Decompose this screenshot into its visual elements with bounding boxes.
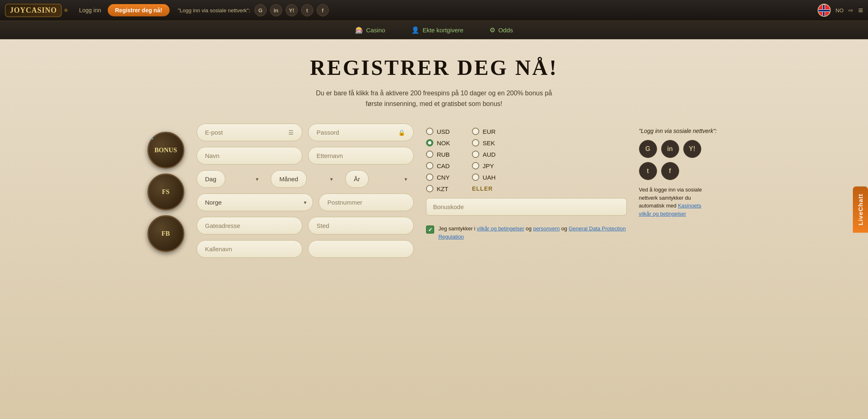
terms-link2[interactable]: personvern — [533, 225, 560, 232]
cad-radio[interactable] — [426, 162, 433, 169]
registration-form: ☰ 🔒 Dag — [197, 124, 414, 258]
fb-label: FB — [161, 230, 170, 237]
livechat-button[interactable]: LiveChatt — [853, 186, 868, 232]
password-icon: 🔒 — [398, 129, 405, 136]
country-postal-row: Norge — [197, 194, 414, 211]
cny-label: CNY — [437, 174, 450, 181]
kzt-option[interactable]: KZT — [426, 185, 459, 192]
nav-right: NO ⇨ ≡ — [818, 4, 863, 17]
sek-option[interactable]: SEK — [472, 139, 505, 146]
odds-icon: ⚙ — [490, 26, 495, 34]
page-subtitle: Du er bare få klikk fra å aktivere 200 f… — [311, 88, 557, 109]
cny-option[interactable]: CNY — [426, 173, 459, 181]
rub-option[interactable]: RUB — [426, 151, 459, 158]
rub-radio[interactable] — [426, 151, 433, 158]
nav-casino[interactable]: 🎰 Casino — [352, 25, 389, 36]
email-icon: ☰ — [288, 129, 294, 136]
tumblr-icon[interactable]: t — [301, 4, 313, 16]
lastname-input[interactable] — [308, 147, 414, 164]
social-google-icon[interactable]: G — [639, 140, 657, 158]
logo[interactable]: JOYCASINO — [5, 4, 62, 17]
firstname-input[interactable] — [197, 147, 302, 164]
sek-radio[interactable] — [472, 139, 479, 146]
rub-label: RUB — [437, 151, 450, 158]
cny-radio[interactable] — [426, 173, 433, 181]
currency-row-3: RUB AUD — [426, 151, 626, 158]
flag-icon[interactable] — [818, 4, 831, 17]
facebook-icon[interactable]: f — [317, 4, 329, 16]
nav-odds-label: Odds — [498, 27, 513, 34]
aud-label: AUD — [483, 151, 496, 158]
social-yahoo-icon[interactable]: Y! — [683, 140, 701, 158]
year-select[interactable]: År — [345, 170, 369, 188]
secondary-navigation: 🎰 Casino 👤 Ekte kortgivere ⚙ Odds — [0, 21, 868, 39]
country-code[interactable]: NO — [836, 7, 844, 14]
uah-radio[interactable] — [472, 173, 479, 181]
eur-radio[interactable] — [472, 128, 479, 135]
social-linkedin-icon[interactable]: in — [661, 140, 679, 158]
social-icons-grid: G in Y! t f — [639, 140, 705, 180]
bonus-code-input[interactable] — [426, 198, 626, 216]
social-tumblr-icon[interactable]: t — [639, 162, 657, 180]
nickname-input[interactable] — [197, 240, 302, 258]
cad-label: CAD — [437, 162, 450, 169]
linkedin-icon[interactable]: in — [270, 4, 282, 16]
password-input[interactable] — [317, 124, 398, 141]
fb-icon[interactable]: FB — [147, 215, 184, 252]
password-input-wrapper: 🔒 — [308, 124, 414, 141]
currency-row-4: CAD JPY — [426, 162, 626, 169]
nav-casino-label: Casino — [366, 27, 385, 34]
terms-middle2: og — [561, 225, 569, 232]
dob-row: Dag Måned År — [197, 170, 414, 188]
google-icon[interactable]: G — [254, 4, 267, 16]
nav-odds[interactable]: ⚙ Odds — [486, 25, 516, 36]
postal-input[interactable] — [319, 194, 414, 211]
nok-label: NOK — [437, 140, 450, 146]
register-button[interactable]: Registrer deg nå! — [108, 4, 170, 16]
country-select-wrapper: Norge — [197, 194, 313, 211]
jpy-option[interactable]: JPY — [472, 162, 505, 169]
nok-radio[interactable] — [426, 139, 433, 146]
dropdown-arrow-icon[interactable]: ⇨ — [848, 7, 853, 14]
jpy-radio[interactable] — [472, 162, 479, 169]
nok-option[interactable]: NOK — [426, 139, 459, 146]
currency-row-1: USD EUR — [426, 128, 626, 135]
usd-label: USD — [437, 128, 450, 135]
nav-live-dealers[interactable]: 👤 Ekte kortgivere — [408, 25, 467, 36]
bonus-icon[interactable]: + BONUS — [147, 132, 184, 169]
nickname-phone-row: +47 — [197, 240, 414, 258]
bonus-code-section — [426, 198, 626, 216]
yahoo-icon[interactable]: Y! — [286, 4, 298, 16]
social-facebook-icon[interactable]: f — [661, 162, 679, 180]
registration-container: + BONUS FS FB ☰ 🔒 — [147, 124, 721, 258]
year-select-wrapper: År — [345, 170, 414, 188]
cad-option[interactable]: CAD — [426, 162, 459, 169]
terms-checkbox[interactable] — [426, 225, 434, 234]
bonus-label: BONUS — [154, 146, 177, 154]
email-input[interactable] — [205, 124, 288, 141]
aud-option[interactable]: AUD — [472, 151, 505, 158]
kzt-radio[interactable] — [426, 185, 433, 192]
login-link[interactable]: Logg inn — [79, 7, 101, 14]
hamburger-menu-icon[interactable]: ≡ — [858, 6, 863, 15]
month-select[interactable]: Måned — [271, 170, 307, 188]
phone-input[interactable]: +47 — [308, 240, 414, 258]
logo-dot — [64, 9, 68, 12]
uah-option[interactable]: UAH — [472, 173, 505, 181]
terms-link1[interactable]: vilkår og betingelser — [477, 225, 524, 232]
page-title: REGISTRER DEG NÅ! — [8, 56, 860, 80]
eur-option[interactable]: EUR — [472, 128, 505, 135]
freespins-icon[interactable]: FS — [147, 173, 184, 210]
day-select[interactable]: Dag — [197, 170, 225, 188]
city-input[interactable] — [308, 217, 414, 234]
freespins-label: FS — [162, 188, 170, 196]
sek-label: SEK — [483, 140, 495, 146]
main-content: REGISTRER DEG NÅ! Du er bare få klikk fr… — [0, 39, 868, 419]
usd-radio[interactable] — [426, 128, 433, 135]
country-select[interactable]: Norge — [197, 194, 313, 211]
street-input[interactable] — [197, 217, 302, 234]
month-select-wrapper: Måned — [271, 170, 340, 188]
live-dealers-icon: 👤 — [411, 26, 419, 34]
aud-radio[interactable] — [472, 151, 479, 158]
usd-option[interactable]: USD — [426, 128, 459, 135]
